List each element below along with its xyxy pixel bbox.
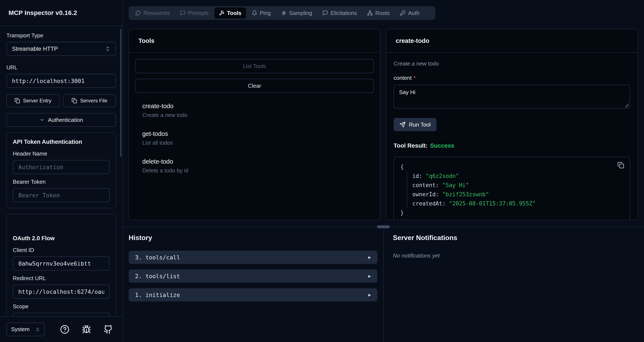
url-input[interactable]	[6, 74, 116, 88]
list-item[interactable]: delete-todo Delete a todo by id	[142, 158, 374, 174]
sidebar-footer: System	[0, 316, 122, 342]
tab-prompts[interactable]: Prompts	[176, 8, 213, 19]
theme-value: System	[11, 326, 30, 333]
run-panel-body: Create a new todo content* Say Hi Run To…	[386, 53, 638, 220]
theme-select[interactable]: System	[6, 322, 45, 336]
tab-sampling[interactable]: Sampling	[277, 8, 317, 19]
json-value: "Say Hi"	[442, 182, 469, 188]
message-square-icon	[180, 10, 186, 16]
list-item[interactable]: create-todo Create a new todo	[142, 103, 374, 118]
history-item-label: 3. tools/call	[135, 254, 180, 261]
status-badge: Success	[430, 142, 454, 149]
expand-icon: ▶	[368, 292, 371, 297]
network-icon	[367, 10, 373, 16]
tab-label: Tools	[227, 10, 241, 17]
files-icon	[135, 10, 141, 16]
transport-type-select[interactable]: Streamable HTTP	[6, 42, 116, 56]
server-notifications-title: Server Notifications	[393, 234, 457, 242]
expand-icon: ▶	[368, 273, 371, 279]
tab-ping[interactable]: Ping	[247, 8, 275, 19]
bug-icon[interactable]	[82, 325, 91, 334]
authentication-label: Authentication	[48, 117, 83, 123]
history-item-label: 2. tools/list	[135, 273, 180, 279]
hash-icon	[281, 10, 287, 16]
run-tool-panel: create-todo Create a new todo content* S…	[386, 29, 638, 220]
servers-file-button[interactable]: Servers File	[63, 94, 116, 107]
copy-result-button[interactable]	[618, 161, 624, 169]
run-tool-button[interactable]: Run Tool	[394, 118, 436, 131]
bearer-token-input[interactable]	[13, 188, 110, 202]
tab-elicitations[interactable]: Elicitations	[318, 8, 362, 19]
app-title: MCP Inspector v0.16.2	[0, 0, 122, 26]
json-key: ownerId:	[412, 191, 439, 198]
chevrons-up-down-icon	[35, 327, 40, 332]
tool-name: delete-todo	[142, 158, 374, 165]
copy-icon	[72, 98, 77, 103]
splitter-handle[interactable]	[377, 225, 390, 228]
json-key: createdAt:	[412, 200, 446, 207]
tab-label: Ping	[260, 10, 271, 17]
tab-resources[interactable]: Resources	[131, 8, 174, 19]
tools-panel-body: List Tools Clear create-todo Create a ne…	[129, 53, 380, 192]
authentication-toggle[interactable]: Authentication	[6, 113, 116, 127]
history-item[interactable]: 1. initialize ▶	[129, 288, 377, 301]
scope-input[interactable]	[13, 313, 110, 316]
list-tools-button[interactable]: List Tools	[135, 59, 374, 73]
run-tool-label: Run Tool	[409, 121, 430, 128]
client-id-input[interactable]	[13, 256, 110, 271]
send-icon	[400, 122, 406, 128]
header-name-input[interactable]	[13, 160, 110, 174]
tool-result-line: Tool Result:Success	[394, 142, 630, 149]
history-item[interactable]: 2. tools/list ▶	[129, 269, 377, 283]
tools-panel-title: Tools	[129, 29, 380, 53]
no-notifications-message: No notifications yet	[393, 252, 457, 259]
json-key: id:	[412, 173, 422, 179]
tab-roots[interactable]: Roots	[363, 8, 394, 19]
transport-type-label: Transport Type	[6, 32, 116, 39]
hammer-icon	[219, 10, 224, 16]
help-icon[interactable]	[60, 325, 70, 334]
key-icon	[400, 10, 406, 16]
history-section: History 3. tools/call ▶ 2. tools/list ▶ …	[129, 234, 377, 307]
tool-description: Create a new todo	[394, 60, 630, 67]
tool-name: create-todo	[142, 103, 374, 110]
history-item[interactable]: 3. tools/call ▶	[129, 251, 377, 264]
tool-name: get-todos	[142, 130, 374, 137]
sidebar-scrollbar[interactable]	[120, 29, 122, 157]
bearer-token-label: Bearer Token	[13, 178, 110, 185]
redirect-url-input[interactable]	[13, 285, 110, 299]
json-line: id: "q6z2sodn"	[412, 172, 623, 181]
github-icon[interactable]	[104, 325, 113, 334]
json-line: content: "Say Hi"	[412, 181, 623, 190]
json-value: "2025-08-01T15:37:05.955Z"	[449, 200, 536, 207]
json-open-brace: {	[400, 162, 623, 172]
tools-panel: Tools List Tools Clear create-todo Creat…	[129, 29, 380, 220]
api-token-title: API Token Authentication	[13, 138, 110, 145]
tool-result-label: Tool Result:	[394, 142, 428, 149]
chevron-down-icon	[40, 117, 45, 123]
server-entry-label: Server Entry	[23, 98, 51, 104]
chevrons-up-down-icon	[105, 46, 110, 52]
resize-handle-icon[interactable]	[624, 103, 628, 107]
tab-label: Auth	[408, 10, 420, 17]
tool-description: List all todos	[142, 139, 374, 146]
field-label-text: content	[394, 75, 412, 81]
server-entry-button[interactable]: Server Entry	[6, 94, 60, 107]
tab-label: Elicitations	[330, 10, 357, 17]
tool-description: Create a new todo	[142, 112, 374, 118]
oauth-title: OAuth 2.0 Flow	[13, 235, 110, 242]
json-value: "q6z2sodn"	[426, 173, 459, 179]
json-lines: id: "q6z2sodn" content: "Say Hi" ownerId…	[407, 172, 623, 208]
content-input[interactable]: Say Hi	[394, 85, 630, 109]
tab-label: Roots	[375, 10, 390, 17]
json-line: createdAt: "2025-08-01T15:37:05.955Z"	[412, 199, 623, 208]
tool-description: Delete a todo by id	[142, 167, 374, 174]
tool-result-json: { id: "q6z2sodn" content: "Say Hi" owner…	[394, 157, 630, 220]
tab-auth[interactable]: Auth	[396, 8, 424, 19]
clear-button[interactable]: Clear	[135, 79, 374, 93]
list-item[interactable]: get-todos List all todos	[142, 130, 374, 146]
bell-icon	[252, 10, 257, 16]
history-title: History	[129, 234, 377, 242]
transport-type-value: Streamable HTTP	[12, 46, 58, 52]
tab-tools[interactable]: Tools	[214, 8, 246, 19]
